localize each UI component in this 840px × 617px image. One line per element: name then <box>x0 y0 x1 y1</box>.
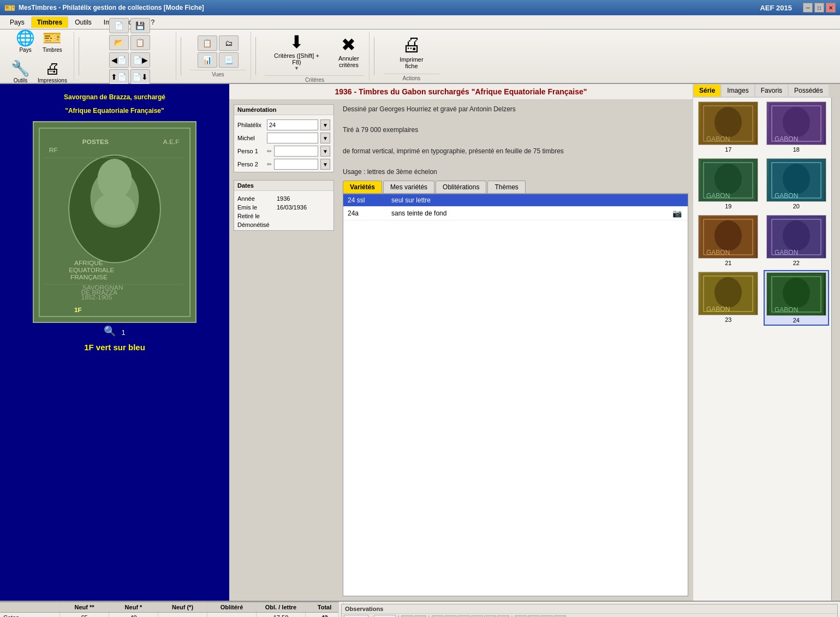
collection-list-btn[interactable]: 📋 <box>130 35 150 50</box>
perso2-input[interactable] <box>274 159 318 170</box>
perso2-edit-icon[interactable]: ✏ <box>267 161 272 168</box>
bottom-left-panel: Neuf ** Neuf * Neuf (*) Oblitéré Obl. / … <box>0 602 338 617</box>
info-right-panel: Dessiné par Georges Hourriez et gravé pa… <box>338 100 693 601</box>
collection-grid2: ◀📄 📄▶ ⬆📄 📄⬇ <box>109 52 150 85</box>
thumbnail-img-22: GABON <box>766 215 826 259</box>
svg-text:GABON: GABON <box>775 135 798 143</box>
demonetise-label: Démonétisé <box>237 221 275 228</box>
perso1-edit-icon[interactable]: ✏ <box>267 148 272 155</box>
thumbnails-grid: GABON 17 <box>695 100 829 326</box>
svg-point-28 <box>714 164 742 194</box>
series-tab-favoris[interactable]: Favoris <box>755 84 788 97</box>
cotes-obl-lettre: 17.50 <box>257 613 306 617</box>
thumbnail-img-18: GABON <box>766 101 826 145</box>
michel-dropdown[interactable]: ▼ <box>320 133 330 143</box>
thumbnail-23[interactable]: GABON 23 <box>695 270 761 326</box>
collection-up-btn[interactable]: ⬆📄 <box>109 69 129 85</box>
title-bar-content: 🎫 MesTimbres - Philatélix gestion de col… <box>4 3 204 13</box>
collection-down-btn[interactable]: 📄⬇ <box>130 69 150 85</box>
obs-font-size[interactable]: 10 <box>374 615 396 617</box>
cotes-header-5: Obl. / lettre <box>257 602 306 612</box>
annuler-criteres-button[interactable]: ✖ Annulercritères <box>333 32 365 70</box>
svg-text:FRANÇAISE: FRANÇAISE <box>70 273 108 281</box>
criteres-section-label: Critères <box>265 75 365 83</box>
variety-row-2[interactable]: 24a sans teinte de fond 📷 <box>343 207 688 220</box>
series-tab-possedes[interactable]: Possédés <box>788 84 829 97</box>
stamp-svg: POSTES RF A.E.F AFRIQUE EQUATORIALE FRAN… <box>34 123 195 322</box>
demonetise-row: Démonétisé <box>237 221 330 228</box>
minimize-button[interactable]: ─ <box>803 3 813 13</box>
description-line3: de format vertical, imprimé en typograph… <box>343 146 688 157</box>
toolbar-timbres-button[interactable]: 🎫 Timbres <box>40 27 64 55</box>
timbres-label: Timbres <box>43 47 62 53</box>
cotes-header-1: Neuf ** <box>60 602 109 612</box>
varieties-list: 24 ssl seul sur lettre 24a sans teinte d… <box>343 194 688 596</box>
collection-new-btn[interactable]: 📄 <box>109 18 129 33</box>
thumbnail-24[interactable]: GABON 24 <box>764 270 830 326</box>
zoom-icon[interactable]: 🔍 <box>104 325 116 337</box>
michel-input[interactable] <box>267 133 318 143</box>
imprimer-btn-label: Imprimerfiche <box>400 56 423 69</box>
imprimer-fiche-button[interactable]: 🖨 Imprimerfiche <box>394 31 428 71</box>
restore-button[interactable]: □ <box>814 3 824 13</box>
thumbnail-20[interactable]: GABON 20 <box>764 157 830 211</box>
collection-prev-btn[interactable]: ◀📄 <box>109 52 129 68</box>
vues-btn3[interactable]: 📊 <box>198 52 217 68</box>
tab-themes[interactable]: Thèmes <box>487 181 525 193</box>
tab-mes-varietes[interactable]: Mes variétés <box>383 181 434 193</box>
vues-btn4[interactable]: 📃 <box>219 52 239 68</box>
svg-text:POSTES: POSTES <box>82 138 109 146</box>
toolbar-actions-section: 🖨 Imprimerfiche Actions <box>379 32 444 81</box>
menu-pays[interactable]: Pays <box>4 17 30 28</box>
vues-btn2[interactable]: 🗂 <box>219 35 239 51</box>
toolbar-impressions-button[interactable]: 🖨 Impressions <box>35 57 69 86</box>
thumbnail-17[interactable]: GABON 17 <box>695 100 761 154</box>
numerotation-fieldset: Numérotation Philatélix ▼ Michel ▼ <box>234 104 334 172</box>
thumbnails-scrollbar[interactable] <box>831 98 840 601</box>
description-line4: Usage : lettres de 3ème échelon <box>343 167 688 177</box>
criteres-button[interactable]: ⬇ Critères ([Shift] + F8) ▼ <box>265 29 329 73</box>
collection-next-btn[interactable]: 📄▶ <box>130 52 150 68</box>
bottom-section: Neuf ** Neuf * Neuf (*) Oblitéré Obl. / … <box>0 601 840 617</box>
criteres-btn-label: Critères ([Shift] + F8) <box>270 52 323 65</box>
toolbar-outils-button[interactable]: 🔧 Outils <box>9 57 32 86</box>
stamp-display-panel: Savorgnan de Brazza, surchargé "Afrique … <box>0 84 229 601</box>
series-tab-serie[interactable]: Série <box>693 84 721 97</box>
description-line1: Dessiné par Georges Hourriez et gravé pa… <box>343 104 688 115</box>
philatelix-label: Philatélix <box>237 122 265 128</box>
thumbnail-18[interactable]: GABON 18 <box>764 100 830 154</box>
print-icon: 🖨 <box>402 33 421 56</box>
variety-desc-2: sans teinte de fond <box>391 209 672 217</box>
observations-toolbar: Arial 10 ▲ ▼ G I S abe ✏ A ≡ ≡ ≡ <box>342 614 837 617</box>
collection-open-btn[interactable]: 📂 <box>109 35 129 50</box>
variety-row-1[interactable]: 24 ssl seul sur lettre <box>343 194 688 207</box>
printer-icon: 🖨 <box>45 59 60 77</box>
thumbnail-19[interactable]: GABON 19 <box>695 157 761 211</box>
obs-font-family[interactable]: Arial <box>344 615 368 617</box>
perso2-dropdown[interactable]: ▼ <box>320 159 330 170</box>
collection-save-btn[interactable]: 💾 <box>130 18 150 33</box>
close-button[interactable]: ✕ <box>826 3 836 13</box>
perso1-dropdown[interactable]: ▼ <box>320 146 330 157</box>
thumbnail-num-19: 19 <box>725 203 731 209</box>
app-logo: 🎫 <box>4 3 15 13</box>
emis-label: Emis le <box>237 204 275 211</box>
svg-text:GABON: GABON <box>706 135 730 143</box>
philatelix-input[interactable] <box>267 119 318 130</box>
perso1-input[interactable] <box>274 146 318 157</box>
stamp-image[interactable]: POSTES RF A.E.F AFRIQUE EQUATORIALE FRAN… <box>33 121 196 323</box>
menu-outils[interactable]: Outils <box>69 17 97 28</box>
thumbnail-22[interactable]: GABON 22 <box>764 213 830 268</box>
tab-obliterations[interactable]: Oblitérations <box>436 181 486 193</box>
series-tab-images[interactable]: Images <box>721 84 754 97</box>
tab-varietes[interactable]: Variétés <box>343 181 382 193</box>
camera-icon: 📷 <box>672 209 683 218</box>
impressions-label: Impressions <box>38 77 67 83</box>
vues-btn1[interactable]: 📋 <box>198 35 217 51</box>
toolbar-pays-button[interactable]: 🌐 Pays <box>14 27 37 55</box>
philatelix-dropdown[interactable]: ▼ <box>320 119 330 130</box>
thumbnail-21[interactable]: GABON 21 <box>695 213 761 268</box>
thumbnail-img-20: GABON <box>766 158 826 202</box>
menu-timbres[interactable]: Timbres <box>31 16 68 28</box>
emis-row: Emis le 16/03/1936 <box>237 204 330 211</box>
